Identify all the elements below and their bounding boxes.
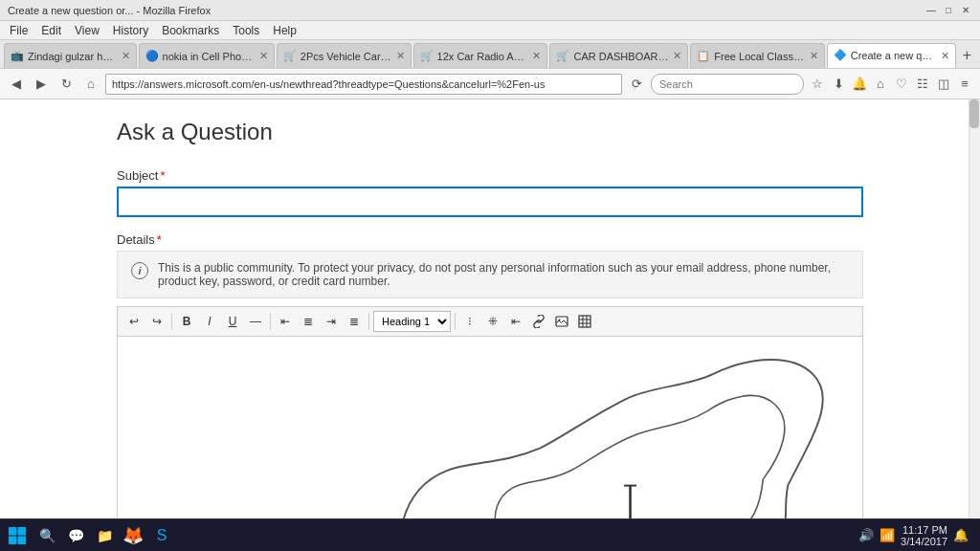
- tab-label-2: nokia in Cell Phones and S...: [163, 51, 256, 62]
- align-center-button[interactable]: ≣: [298, 311, 319, 332]
- title-bar-controls: — □ ✕: [924, 4, 972, 17]
- toolbar-divider-2: [270, 313, 271, 330]
- number-list-button[interactable]: ⁜: [482, 311, 503, 332]
- browser-frame: Create a new question or... - Mozilla Fi…: [0, 0, 980, 551]
- minimize-button[interactable]: —: [924, 4, 938, 17]
- justify-button[interactable]: ≣: [344, 311, 365, 332]
- notifications-icon[interactable]: 🔔: [953, 528, 969, 542]
- toolbar-icons: ☆ ⬇ 🔔 ⌂ ♡ ☷ ◫ ≡: [808, 75, 974, 94]
- tray-volume[interactable]: 📶: [880, 528, 895, 542]
- tab-3[interactable]: 🛒 2Pcs Vehicle Car Stereo R... ✕: [277, 43, 412, 68]
- subject-input[interactable]: [117, 187, 863, 217]
- tab-7[interactable]: 🔷 Create a new question or... ✕: [827, 43, 956, 68]
- pocket-icon[interactable]: ◫: [934, 75, 953, 94]
- back-button[interactable]: ◀: [6, 74, 27, 95]
- search-input[interactable]: [651, 74, 804, 95]
- taskbar-firefox[interactable]: 🦊: [121, 523, 145, 548]
- strikethrough-button[interactable]: —: [245, 311, 266, 332]
- taskbar-search[interactable]: 🔍: [34, 523, 59, 548]
- sketch-drawing: [118, 337, 862, 518]
- subject-required: *: [160, 168, 165, 183]
- taskbar-chat[interactable]: 💬: [63, 523, 88, 548]
- align-right-button[interactable]: ⇥: [321, 311, 342, 332]
- tab-close-6[interactable]: ✕: [810, 50, 818, 62]
- privacy-text: This is a public community. To protect y…: [158, 261, 849, 288]
- home-button[interactable]: ⌂: [80, 74, 101, 95]
- menu-history[interactable]: History: [107, 23, 154, 38]
- tab-bar: 📺 Zindagi gulzar hai Last Ep... ✕ 🔵 noki…: [0, 40, 980, 69]
- outdent-button[interactable]: ⇤: [505, 311, 526, 332]
- toolbar-divider-1: [171, 313, 172, 330]
- tab-2[interactable]: 🔵 nokia in Cell Phones and S... ✕: [139, 43, 275, 68]
- bookmark-icon[interactable]: ⬇: [829, 75, 848, 94]
- editor-container: ↩ ↪ B I U — ⇤ ≣ ⇥ ≣ Headin: [117, 306, 863, 518]
- details-group: Details* i This is a public community. T…: [117, 232, 863, 518]
- svg-rect-10: [9, 527, 17, 536]
- new-tab-button[interactable]: +: [958, 43, 976, 68]
- menu-bookmarks[interactable]: Bookmarks: [156, 23, 225, 38]
- tab-close-1[interactable]: ✕: [122, 50, 130, 62]
- forward-button[interactable]: ▶: [31, 74, 52, 95]
- home-nav-icon[interactable]: ⌂: [871, 75, 890, 94]
- heading-select[interactable]: Heading 1 Heading 2 Heading 3 Normal: [373, 311, 451, 332]
- bold-button[interactable]: B: [176, 311, 197, 332]
- info-icon: i: [131, 262, 148, 279]
- editor-toolbar: ↩ ↪ B I U — ⇤ ≣ ⇥ ≣ Headin: [118, 307, 862, 337]
- redo-button[interactable]: ↪: [146, 311, 167, 332]
- link-button[interactable]: [528, 311, 549, 332]
- form-container: Ask a Question Subject* Details* i This …: [98, 119, 882, 518]
- tab-label-7: Create a new question or...: [851, 50, 937, 61]
- page-content: Ask a Question Subject* Details* i This …: [0, 99, 980, 518]
- menu-icon[interactable]: ≡: [955, 75, 974, 94]
- svg-rect-13: [18, 536, 27, 544]
- menu-view[interactable]: View: [69, 23, 105, 38]
- taskbar-skype[interactable]: S: [149, 523, 174, 548]
- menu-edit[interactable]: Edit: [35, 23, 67, 38]
- tab-close-4[interactable]: ✕: [532, 50, 541, 62]
- tab-label-3: 2Pcs Vehicle Car Stereo R...: [301, 51, 392, 62]
- tab-close-2[interactable]: ✕: [259, 50, 268, 62]
- system-tray: 🔊 📶 11:17 PM 3/14/2017 🔔: [851, 524, 976, 547]
- bullet-list-button[interactable]: ⁝: [459, 311, 480, 332]
- tab-6[interactable]: 📋 Free Local Classifieds Ads... ✕: [690, 43, 824, 68]
- close-button[interactable]: ✕: [959, 4, 972, 17]
- menu-tools[interactable]: Tools: [227, 23, 265, 38]
- svg-rect-12: [9, 536, 17, 544]
- shield-icon[interactable]: ♡: [892, 75, 911, 94]
- taskbar-explorer[interactable]: 📁: [92, 523, 117, 548]
- undo-button[interactable]: ↩: [123, 311, 145, 332]
- tab-favicon-1: 📺: [11, 50, 24, 63]
- toolbar-divider-3: [368, 313, 369, 330]
- align-left-button[interactable]: ⇤: [275, 311, 296, 332]
- underline-button[interactable]: U: [222, 311, 243, 332]
- scrollbar-track[interactable]: [969, 99, 980, 518]
- download-icon[interactable]: 🔔: [850, 75, 869, 94]
- tab-1[interactable]: 📺 Zindagi gulzar hai Last Ep... ✕: [4, 43, 137, 68]
- menu-help[interactable]: Help: [267, 23, 302, 38]
- table-button[interactable]: [574, 311, 595, 332]
- tray-network[interactable]: 🔊: [858, 528, 874, 542]
- tab-close-5[interactable]: ✕: [673, 50, 681, 62]
- maximize-button[interactable]: □: [942, 4, 955, 17]
- tab-close-3[interactable]: ✕: [396, 50, 405, 62]
- windows-start-button[interactable]: [4, 522, 31, 549]
- tab-4[interactable]: 🛒 12x Car Radio Audio Stere... ✕: [413, 43, 548, 68]
- subject-label: Subject*: [117, 168, 863, 183]
- page-heading: Ask a Question: [117, 119, 863, 145]
- scrollbar-thumb[interactable]: [969, 99, 979, 128]
- reload-button[interactable]: ↻: [56, 74, 77, 95]
- tab-favicon-6: 📋: [697, 50, 710, 63]
- star-icon[interactable]: ☆: [808, 75, 827, 94]
- italic-button[interactable]: I: [199, 311, 220, 332]
- title-bar: Create a new question or... - Mozilla Fi…: [0, 0, 980, 21]
- url-bar[interactable]: [105, 74, 622, 95]
- tab-close-7[interactable]: ✕: [941, 50, 949, 62]
- editor-body[interactable]: [118, 337, 862, 518]
- image-button[interactable]: [551, 311, 572, 332]
- reader-icon[interactable]: ☷: [913, 75, 932, 94]
- clock[interactable]: 11:17 PM 3/14/2017: [901, 524, 947, 547]
- menu-file[interactable]: File: [4, 23, 33, 38]
- tab-favicon-3: 🛒: [283, 50, 297, 63]
- tab-5[interactable]: 🛒 CAR DASHBOARD STERE... ✕: [549, 43, 688, 68]
- refresh-icon[interactable]: ⟳: [626, 74, 647, 95]
